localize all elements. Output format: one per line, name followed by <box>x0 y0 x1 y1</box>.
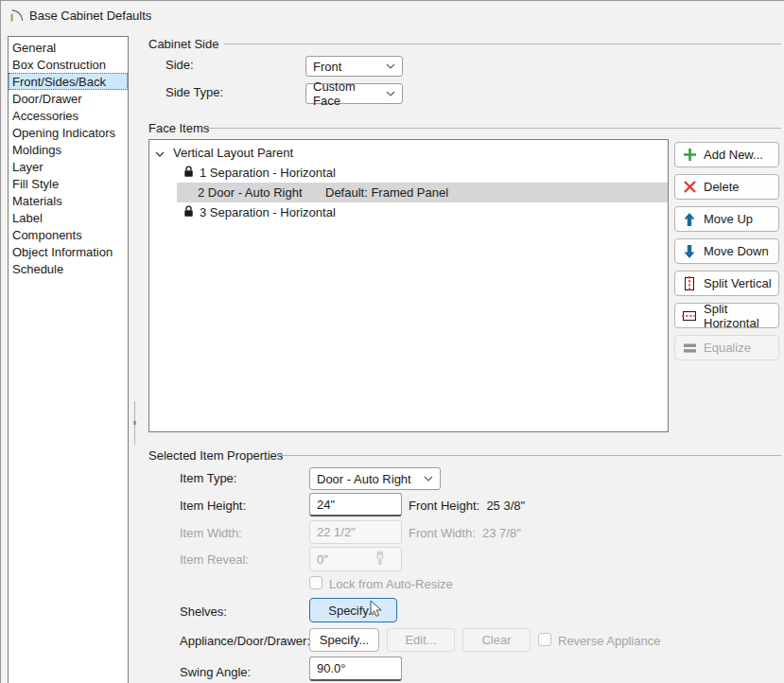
tree-row-door-selected[interactable]: 2 Door - Auto Right Default: Framed Pane… <box>177 183 668 202</box>
group-label-selected-item-properties: Selected Item Properties <box>148 448 283 463</box>
item-width-input <box>309 520 402 544</box>
item-height-label: Item Height: <box>180 499 246 513</box>
item-height-input[interactable] <box>309 493 402 517</box>
shelves-specify-button[interactable]: Specify... <box>309 598 397 622</box>
wrench-icon <box>374 551 387 569</box>
tree-row-parent[interactable]: Vertical Layout Parent <box>149 143 668 163</box>
delete-button[interactable]: Delete <box>674 174 779 200</box>
item-type-select[interactable]: Door - Auto Right <box>309 467 441 490</box>
side-label: Side: <box>166 58 194 72</box>
group-line <box>224 44 781 44</box>
button-label: Specify... <box>320 633 370 647</box>
button-label: Split Horizontal <box>704 302 778 330</box>
add-new-button[interactable]: Add New... <box>674 142 779 167</box>
group-label-cabinet-side: Cabinet Side <box>148 37 218 51</box>
button-label: Split Vertical <box>704 276 772 290</box>
lock-icon <box>183 205 194 220</box>
side-type-select[interactable]: Custom Face <box>305 83 403 104</box>
panel-splitter-handle[interactable] <box>133 401 136 445</box>
sidebar-item-accessories[interactable]: Accessories <box>9 107 128 124</box>
appliance-specify-button[interactable]: Specify... <box>309 628 379 652</box>
sidebar-item-fill-style[interactable]: Fill Style <box>9 175 128 192</box>
arrow-up-icon <box>682 212 697 227</box>
group-line <box>205 128 781 129</box>
button-label: Move Down <box>704 244 769 258</box>
reverse-appliance-label: Reverse Appliance <box>558 634 660 648</box>
chevron-down-icon <box>386 63 395 69</box>
item-width-label: Item Width: <box>180 526 242 540</box>
reverse-appliance-checkbox <box>538 633 551 646</box>
shelves-label: Shelves: <box>180 604 227 619</box>
sidebar-item-moldings[interactable]: Moldings <box>9 141 128 158</box>
sidebar-item-label[interactable]: Label <box>9 209 128 226</box>
sidebar-item-object-information[interactable]: Object Information <box>9 243 128 260</box>
button-label: Equalize <box>704 341 751 355</box>
equalize-button: Equalize <box>674 335 779 360</box>
side-type-select-value: Custom Face <box>313 79 386 108</box>
move-down-button[interactable]: Move Down <box>674 238 779 264</box>
tree-row-label: 3 Separation - Horizontal <box>200 205 336 219</box>
split-horizontal-button[interactable]: Split Horizontal <box>674 303 779 328</box>
sidebar-item-components[interactable]: Components <box>9 226 128 243</box>
swing-angle-label: Swing Angle: <box>180 665 251 679</box>
side-select[interactable]: Front <box>305 56 403 77</box>
front-height-text: Front Height: 25 3/8" <box>409 499 525 513</box>
item-type-label: Item Type: <box>180 471 236 485</box>
tree-row-separation-3[interactable]: 3 Separation - Horizontal <box>149 202 668 222</box>
item-reveal-label: Item Reveal: <box>180 552 249 567</box>
tree-row-label: 2 Door - Auto Right <box>198 185 325 200</box>
split-horizontal-icon <box>682 308 697 324</box>
appliance-clear-button: Clear <box>462 628 531 652</box>
group-label-face-items: Face Items <box>148 121 209 135</box>
appliance-label: Appliance/Door/Drawer: <box>180 634 310 648</box>
appliance-edit-button: Edit... <box>387 628 455 652</box>
side-select-value: Front <box>313 60 341 74</box>
face-items-tree: Vertical Layout Parent 1 Separation - Ho… <box>148 139 669 432</box>
sidebar-item-box-construction[interactable]: Box Construction <box>9 56 128 73</box>
chevron-down-icon <box>386 91 395 96</box>
sidebar-item-materials[interactable]: Materials <box>9 192 128 209</box>
swing-angle-input[interactable] <box>309 657 402 681</box>
x-icon <box>682 180 697 195</box>
lock-from-auto-resize-checkbox <box>309 576 322 589</box>
sidebar-item-door-drawer[interactable]: Door/Drawer <box>9 90 128 107</box>
equalize-icon <box>682 341 697 356</box>
item-type-select-value: Door - Auto Right <box>317 472 411 486</box>
chevron-down-icon <box>424 476 433 482</box>
button-label: Clear <box>481 633 511 647</box>
arrow-down-icon <box>682 244 697 259</box>
button-label: Edit... <box>405 633 436 647</box>
category-list: General Box Construction Front/Sides/Bac… <box>8 36 129 683</box>
chevron-expanded-icon <box>155 146 165 160</box>
split-vertical-icon <box>682 276 697 291</box>
titlebar[interactable]: Base Cabinet Defaults <box>1 1 784 29</box>
tree-row-label: 1 Separation - Horizontal <box>200 166 336 180</box>
door-swing-icon <box>9 8 24 23</box>
move-up-button[interactable]: Move Up <box>674 206 779 232</box>
item-reveal-input <box>309 547 402 571</box>
button-label: Add New... <box>704 148 763 162</box>
front-width-text: Front Width: 23 7/8" <box>409 526 521 540</box>
sidebar-item-layer[interactable]: Layer <box>9 158 128 175</box>
tree-row-detail: Default: Framed Panel <box>325 185 448 200</box>
tree-row-separation-1[interactable]: 1 Separation - Horizontal <box>149 163 668 183</box>
dialog-title: Base Cabinet Defaults <box>29 9 151 23</box>
sidebar-item-opening-indicators[interactable]: Opening Indicators <box>9 124 128 141</box>
split-vertical-button[interactable]: Split Vertical <box>674 271 779 296</box>
lock-icon <box>183 166 194 181</box>
sidebar-item-front-sides-back[interactable]: Front/Sides/Back <box>9 73 128 90</box>
button-label: Move Up <box>704 212 753 226</box>
sidebar-item-schedule[interactable]: Schedule <box>9 260 128 277</box>
button-label: Delete <box>704 180 740 194</box>
sidebar-item-general[interactable]: General <box>9 39 128 56</box>
tree-row-label: Vertical Layout Parent <box>173 146 293 160</box>
lock-from-auto-resize-label: Lock from Auto-Resize <box>329 577 453 591</box>
button-label: Specify... <box>328 604 378 618</box>
group-line <box>278 455 781 456</box>
plus-icon <box>682 148 697 163</box>
side-type-label: Side Type: <box>166 85 223 99</box>
